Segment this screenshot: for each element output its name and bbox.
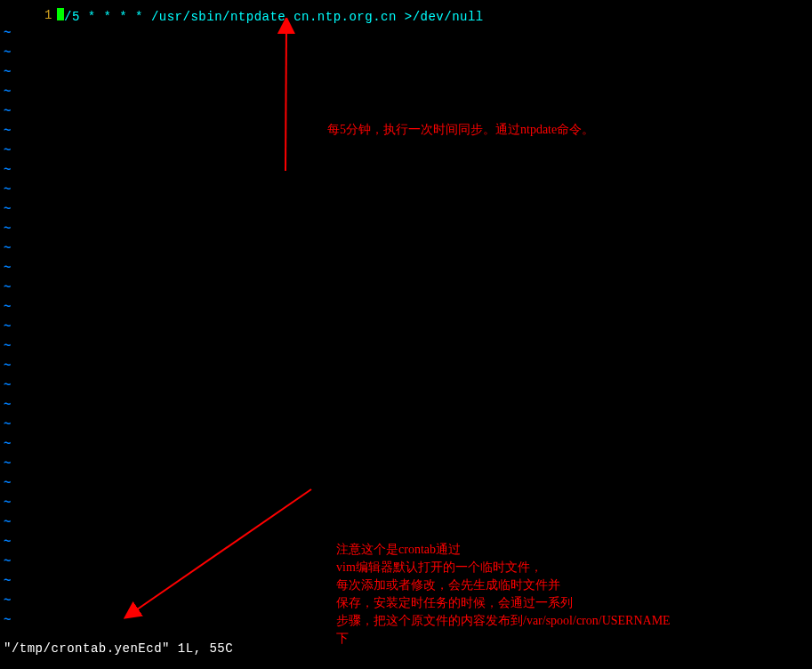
empty-line-tilde: ~	[4, 43, 11, 62]
empty-line-tilde: ~	[4, 356, 11, 375]
empty-line-tilde: ~	[4, 160, 11, 180]
tilde-column: ~~~~~~~~~~~~~~~~~~~~~~~~~~~~~~~	[4, 23, 11, 630]
empty-line-tilde: ~	[4, 434, 11, 454]
annotation-arrow-1	[273, 18, 300, 173]
empty-line-tilde: ~	[4, 493, 11, 512]
empty-line-tilde: ~	[4, 317, 11, 336]
empty-line-tilde: ~	[4, 258, 11, 278]
empty-line-tilde: ~	[4, 23, 11, 43]
empty-line-tilde: ~	[4, 62, 11, 82]
annotation-arrow-2	[120, 485, 316, 627]
empty-line-tilde: ~	[4, 610, 11, 630]
annotation-text-2: 注意这个是crontab通过 vim编辑器默认打开的一个临时文件， 每次添加或者…	[336, 541, 671, 648]
cursor	[57, 8, 64, 20]
empty-line-tilde: ~	[4, 454, 11, 473]
empty-line-tilde: ~	[4, 141, 11, 160]
empty-line-tilde: ~	[4, 82, 11, 101]
line-number: 1	[44, 8, 52, 22]
empty-line-tilde: ~	[4, 375, 11, 395]
vim-status-line: "/tmp/crontab.yenEcd" 1L, 55C	[4, 641, 233, 656]
empty-line-tilde: ~	[4, 199, 11, 219]
empty-line-tilde: ~	[4, 571, 11, 591]
empty-line-tilde: ~	[4, 336, 11, 356]
empty-line-tilde: ~	[4, 180, 11, 199]
annotation-text-1: 每5分钟，执行一次时间同步。通过ntpdate命令。	[327, 121, 594, 139]
empty-line-tilde: ~	[4, 415, 11, 434]
vim-editor[interactable]: 1 /5 * * * * /usr/sbin/ntpdate cn.ntp.or…	[0, 0, 812, 669]
empty-line-tilde: ~	[4, 473, 11, 493]
svg-line-3	[131, 489, 311, 614]
code-line-1[interactable]: /5 * * * * /usr/sbin/ntpdate cn.ntp.org.…	[57, 8, 484, 24]
empty-line-tilde: ~	[4, 219, 11, 238]
empty-line-tilde: ~	[4, 395, 11, 415]
empty-line-tilde: ~	[4, 591, 11, 610]
svg-line-1	[285, 25, 286, 171]
empty-line-tilde: ~	[4, 297, 11, 317]
empty-line-tilde: ~	[4, 532, 11, 552]
code-text: /5 * * * * /usr/sbin/ntpdate cn.ntp.org.…	[64, 10, 484, 24]
empty-line-tilde: ~	[4, 552, 11, 571]
empty-line-tilde: ~	[4, 278, 11, 297]
empty-line-tilde: ~	[4, 238, 11, 258]
empty-line-tilde: ~	[4, 121, 11, 141]
empty-line-tilde: ~	[4, 512, 11, 532]
empty-line-tilde: ~	[4, 101, 11, 121]
